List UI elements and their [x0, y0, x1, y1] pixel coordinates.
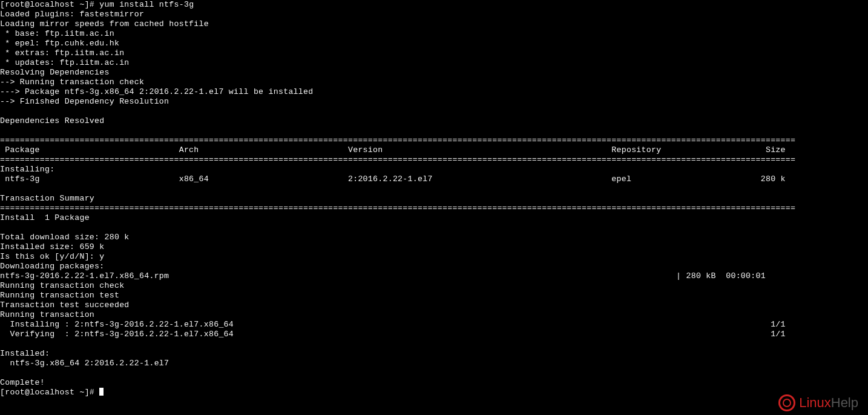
swirl-icon: [778, 394, 795, 411]
output-line: Installing : 2:ntfs-3g-2016.2.22-1.el7.x…: [0, 320, 786, 329]
section-header: Transaction Summary: [0, 194, 94, 203]
output-line: Running transaction: [0, 310, 94, 319]
cursor-icon: [99, 388, 104, 396]
output-line: ---> Package ntfs-3g.x86_64 2:2016.2.22-…: [0, 87, 313, 96]
output-line: Resolving Dependencies: [0, 68, 110, 77]
divider-line: ========================================…: [0, 155, 795, 164]
output-line: * extras: ftp.iitm.ac.in: [0, 48, 124, 58]
terminal-output[interactable]: [root@localhost ~]# yum install ntfs-3g …: [0, 0, 868, 397]
output-line: Total download size: 280 k: [0, 233, 130, 242]
output-line: Installed size: 659 k: [0, 242, 105, 251]
output-line: * epel: ftp.cuhk.edu.hk: [0, 39, 119, 48]
output-line: Loading mirror speeds from cached hostfi…: [0, 19, 209, 28]
shell-prompt: [root@localhost ~]#: [0, 388, 99, 397]
output-line: * base: ftp.iitm.ac.in: [0, 29, 114, 38]
output-line: Loaded plugins: fastestmirror: [0, 10, 144, 19]
watermark-text-help: Help: [831, 395, 858, 411]
output-line: Complete!: [0, 378, 45, 387]
typed-command: yum install ntfs-3g: [99, 0, 194, 9]
confirm-prompt: Is this ok [y/d/N]: y: [0, 252, 105, 261]
divider-line: ========================================…: [0, 136, 795, 145]
output-line: * updates: ftp.iitm.ac.in: [0, 58, 130, 67]
output-line: Verifying : 2:ntfs-3g-2016.2.22-1.el7.x8…: [0, 330, 786, 339]
output-line: Downloading packages:: [0, 262, 105, 271]
output-line: ntfs-3g-2016.2.22-1.el7.x86_64.rpm | 280…: [0, 271, 766, 281]
output-line: Transaction test succeeded: [0, 300, 130, 310]
output-line: Dependencies Resolved: [0, 116, 105, 125]
output-line: ntfs-3g.x86_64 2:2016.2.22-1.el7: [0, 359, 169, 368]
output-line: Running transaction test: [0, 291, 119, 300]
output-line: Running transaction check: [0, 281, 124, 290]
output-line: --> Finished Dependency Resolution: [0, 97, 169, 106]
shell-prompt: [root@localhost ~]#: [0, 0, 99, 9]
output-line: Install 1 Package: [0, 213, 90, 222]
output-line: --> Running transaction check: [0, 78, 144, 87]
table-header: Package Arch Version Repository Size: [0, 145, 786, 154]
divider-line: ========================================…: [0, 204, 795, 213]
section-header: Installing:: [0, 165, 54, 174]
table-row: ntfs-3g x86_64 2:2016.2.22-1.el7 epel 28…: [0, 174, 786, 184]
section-header: Installed:: [0, 349, 50, 358]
watermark-text-linux: Linux: [799, 395, 831, 411]
linuxhelp-watermark: LinuxHelp: [778, 394, 858, 411]
